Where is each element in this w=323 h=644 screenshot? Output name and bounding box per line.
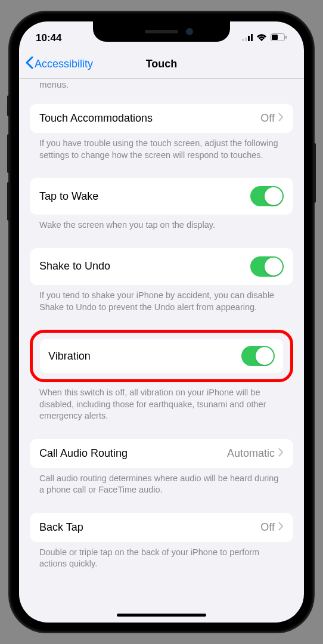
svg-rect-5 [272,35,278,40]
svg-rect-0 [242,39,244,41]
svg-rect-2 [248,36,250,41]
shake-to-undo-toggle[interactable] [250,256,284,277]
section-footer: Call audio routing determines where audi… [30,468,293,496]
svg-rect-6 [285,36,287,39]
touch-accommodations-row[interactable]: Touch Accommodations Off [30,104,293,133]
chevron-left-icon [25,56,33,72]
cellular-icon [242,32,253,44]
chevron-right-icon [278,447,284,460]
shake-to-undo-row[interactable]: Shake to Undo [30,248,293,285]
row-label: Tap to Wake [39,190,98,203]
section-footer: Wake the screen when you tap on the disp… [30,215,293,231]
call-audio-routing-row[interactable]: Call Audio Routing Automatic [30,439,293,468]
row-label: Back Tap [39,521,83,534]
tap-to-wake-toggle[interactable] [250,186,284,206]
svg-rect-1 [245,38,247,41]
side-button [313,143,316,203]
svg-rect-3 [251,34,253,41]
vibration-toggle[interactable] [241,346,275,366]
row-value: Off [260,521,275,534]
nav-bar: Accessibility Touch [19,50,304,79]
section-footer: When this switch is off, all vibration o… [30,382,293,422]
back-button[interactable]: Accessibility [25,56,93,72]
chevron-right-icon [278,521,284,534]
chevron-right-icon [278,112,284,125]
row-label: Touch Accommodations [39,112,153,125]
volume-up-button [7,134,10,173]
phone-frame: 10:44 Accessibility Touch [10,12,313,632]
back-label: Accessibility [35,58,93,70]
highlight-annotation: Vibration [30,330,293,382]
wifi-icon [256,32,267,44]
row-label: Vibration [48,350,91,363]
volume-down-button [7,182,10,221]
front-camera [186,28,193,35]
truncated-footer: menus. [30,79,293,94]
screen: 10:44 Accessibility Touch [19,21,304,623]
status-time: 10:44 [36,32,61,44]
vibration-row[interactable]: Vibration [40,339,283,373]
content-area[interactable]: menus. Touch Accommodations Off If you h… [19,79,304,623]
section-footer: Double or triple tap on the back of your… [30,542,293,570]
section-footer: If you tend to shake your iPhone by acci… [30,285,293,313]
section-footer: If you have trouble using the touch scre… [30,133,293,161]
home-indicator[interactable] [117,614,206,617]
back-tap-row[interactable]: Back Tap Off [30,513,293,542]
row-value: Automatic [227,447,275,460]
silence-switch [7,95,10,116]
notch [93,21,230,42]
row-value: Off [260,112,275,125]
battery-icon [271,32,287,44]
row-label: Call Audio Routing [39,447,128,460]
row-label: Shake to Undo [39,260,110,273]
speaker [145,30,178,33]
tap-to-wake-row[interactable]: Tap to Wake [30,178,293,215]
page-title: Touch [146,58,178,70]
